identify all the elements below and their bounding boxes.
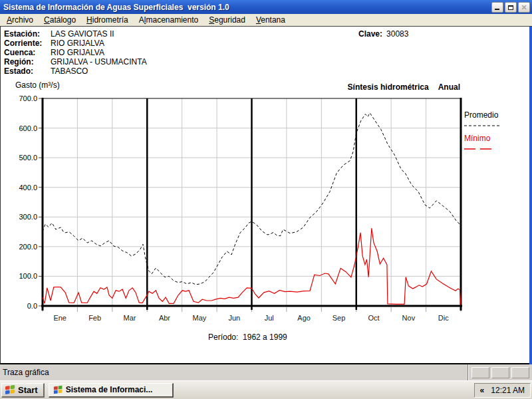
svg-text:300.0: 300.0: [19, 213, 37, 221]
station-row: Cuenca:RIO GRIJALVA: [4, 48, 147, 57]
app-window-icon: [53, 385, 63, 395]
clave-label: Clave:: [358, 29, 382, 39]
svg-text:700.0: 700.0: [19, 94, 37, 102]
red-line-sample-icon: [464, 148, 493, 150]
series-promedio: [43, 113, 461, 285]
menu-item-almacenamiento[interactable]: Almacenamiento: [134, 14, 203, 26]
station-value: RIO GRIJALVA: [51, 39, 104, 48]
svg-text:0.0: 0.0: [27, 302, 37, 310]
statusbar-pane: [471, 367, 489, 378]
window-title: Sistema de Información de Aguas Superfic…: [3, 3, 229, 12]
menu-item-hidrometria[interactable]: Hidrometría: [81, 14, 134, 26]
statusbar-text: Traza gráfica: [0, 368, 467, 377]
station-label: Corriente:: [4, 39, 51, 48]
svg-text:500.0: 500.0: [19, 154, 37, 162]
hydrograph-chart: 0.0100.0200.0300.0400.0500.0600.0700.0En…: [1, 27, 530, 364]
station-key: Clave:30083: [358, 29, 408, 39]
menu-item-seguridad[interactable]: Seguridad: [203, 14, 251, 26]
taskbar-task-button[interactable]: Sistema de Informaci...: [49, 383, 174, 398]
menubar: ArchivoCatálogoHidrometríaAlmacenamiento…: [0, 14, 532, 27]
station-info: Estación:LAS GAVIOTAS II Corriente:RIO G…: [4, 29, 147, 76]
svg-text:Nov: Nov: [402, 314, 416, 322]
legend-label-minimo: Mínimo: [464, 134, 500, 143]
legend-label-promedio: Promedio: [464, 110, 500, 120]
station-value: GRIJALVA - USUMACINTA: [51, 57, 147, 66]
menu-item-archivo[interactable]: Archivo: [1, 14, 39, 26]
legend-entry-minimo: Mínimo: [464, 134, 500, 152]
legend-entry-promedio: Promedio: [464, 110, 500, 129]
series-minimo: [43, 228, 461, 305]
chart-caption: Período: 1962 a 1999: [208, 332, 287, 342]
tray-chevron-icon[interactable]: «: [480, 386, 485, 395]
taskbar-clock: 12:21 AM: [491, 386, 525, 395]
menu-item-ventana[interactable]: Ventana: [251, 14, 291, 26]
statusbar: Traza gráfica: [0, 364, 532, 380]
station-row: Corriente:RIO GRIJALVA: [4, 39, 147, 48]
station-label: Cuenca:: [4, 48, 51, 57]
statusbar-pane: [511, 367, 529, 378]
svg-text:Dic: Dic: [438, 314, 449, 322]
svg-text:600.0: 600.0: [19, 124, 37, 132]
statusbar-panes: [469, 367, 532, 378]
svg-text:Ene: Ene: [53, 314, 66, 322]
restore-icon: [508, 5, 513, 10]
minimize-icon: [495, 9, 499, 10]
system-tray: « 12:21 AM: [474, 383, 531, 398]
svg-text:May: May: [192, 314, 206, 322]
dashed-line-sample-icon: [464, 124, 500, 127]
station-label: Región:: [4, 57, 51, 66]
chart-legend: Promedio Mínimo: [464, 110, 500, 157]
chart-mode-text: Anual: [438, 82, 460, 92]
svg-text:Abr: Abr: [159, 314, 170, 322]
station-value: TABASCO: [51, 66, 88, 76]
taskbar: Start Sistema de Informaci... « 12:21 AM: [0, 380, 532, 399]
windows-logo-icon: [5, 384, 16, 396]
start-button[interactable]: Start: [1, 383, 45, 398]
svg-text:Sep: Sep: [332, 314, 346, 322]
chart-title-text: Síntesis hidrométrica: [348, 82, 429, 92]
chart-title: Síntesis hidrométricaAnual: [348, 82, 460, 92]
titlebar[interactable]: Sistema de Información de Aguas Superfic…: [0, 0, 532, 14]
svg-text:Mar: Mar: [124, 314, 136, 322]
task-button-label: Sistema de Informaci...: [66, 385, 153, 394]
svg-text:Jul: Jul: [265, 314, 274, 322]
svg-text:Oct: Oct: [368, 314, 379, 322]
station-row: Región:GRIJALVA - USUMACINTA: [4, 57, 147, 66]
station-label: Estación:: [4, 29, 51, 39]
y-axis-title: Gasto (m³/s): [15, 80, 60, 90]
station-value: RIO GRIJALVA: [51, 48, 104, 57]
station-label: Estado:: [4, 66, 51, 76]
svg-text:Ago: Ago: [297, 314, 311, 322]
statusbar-pane: [491, 367, 509, 378]
station-row: Estado:TABASCO: [4, 66, 147, 76]
station-row: Estación:LAS GAVIOTAS II: [4, 29, 147, 39]
minimize-button[interactable]: [491, 2, 503, 13]
svg-text:200.0: 200.0: [19, 243, 37, 251]
restore-button[interactable]: [505, 2, 517, 13]
station-value: LAS GAVIOTAS II: [51, 29, 114, 39]
clave-value: 30083: [386, 29, 408, 39]
close-icon: ✕: [519, 3, 529, 12]
window-controls: ✕: [491, 2, 532, 13]
svg-text:400.0: 400.0: [19, 184, 37, 192]
app-window: Sistema de Información de Aguas Superfic…: [0, 0, 532, 380]
close-button[interactable]: ✕: [518, 2, 530, 13]
menu-item-catalogo[interactable]: Catálogo: [39, 14, 81, 26]
svg-text:100.0: 100.0: [19, 272, 37, 280]
svg-text:Jun: Jun: [228, 314, 240, 322]
start-button-label: Start: [18, 385, 38, 395]
svg-text:Feb: Feb: [88, 314, 101, 322]
client-area: Estación:LAS GAVIOTAS II Corriente:RIO G…: [0, 27, 529, 364]
